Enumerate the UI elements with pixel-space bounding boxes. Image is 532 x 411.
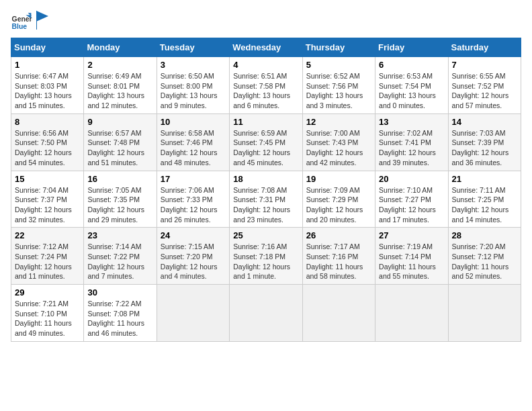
day-number: 21 [452,174,517,184]
day-info: Sunrise: 7:21 AMSunset: 7:10 PMDaylight:… [15,299,80,338]
day-number: 7 [452,60,517,70]
day-number: 15 [15,174,80,184]
svg-text:Blue: Blue [12,23,28,30]
calendar-week-3: 15Sunrise: 7:04 AMSunset: 7:37 PMDayligh… [11,171,521,228]
day-info: Sunrise: 7:20 AMSunset: 7:12 PMDaylight:… [452,242,517,281]
day-info: Sunrise: 7:00 AMSunset: 7:43 PMDaylight:… [306,128,371,168]
day-number: 27 [379,230,444,240]
calendar-cell: 11Sunrise: 6:59 AMSunset: 7:45 PMDayligh… [230,113,302,171]
calendar-cell: 6Sunrise: 6:53 AMSunset: 7:54 PMDaylight… [375,57,448,114]
day-number: 10 [161,117,226,127]
calendar-cell: 23Sunrise: 7:14 AMSunset: 7:22 PMDayligh… [84,228,157,285]
weekday-header-tuesday: Tuesday [157,38,229,57]
day-info: Sunrise: 7:14 AMSunset: 7:22 PMDaylight:… [87,242,152,281]
day-info: Sunrise: 6:49 AMSunset: 8:01 PMDaylight:… [87,71,152,111]
calendar-cell: 7Sunrise: 6:55 AMSunset: 7:52 PMDaylight… [448,57,521,114]
day-info: Sunrise: 6:50 AMSunset: 8:00 PMDaylight:… [161,71,226,111]
svg-marker-4 [36,11,48,21]
day-number: 16 [87,174,152,184]
day-number: 18 [233,174,298,184]
calendar-cell: 1Sunrise: 6:47 AMSunset: 8:03 PMDaylight… [11,57,84,114]
calendar-cell: 13Sunrise: 7:02 AMSunset: 7:41 PMDayligh… [375,113,448,171]
day-info: Sunrise: 7:16 AMSunset: 7:18 PMDaylight:… [233,242,298,281]
calendar-cell: 9Sunrise: 6:57 AMSunset: 7:48 PMDaylight… [84,113,157,171]
calendar-week-5: 29Sunrise: 7:21 AMSunset: 7:10 PMDayligh… [11,285,521,342]
day-number: 3 [161,60,226,70]
calendar-cell: 17Sunrise: 7:06 AMSunset: 7:33 PMDayligh… [157,171,229,228]
day-info: Sunrise: 7:09 AMSunset: 7:29 PMDaylight:… [306,185,371,225]
calendar-cell: 10Sunrise: 6:58 AMSunset: 7:46 PMDayligh… [157,113,229,171]
day-number: 1 [15,60,80,70]
day-number: 20 [379,174,444,184]
day-info: Sunrise: 7:12 AMSunset: 7:24 PMDaylight:… [15,242,80,281]
calendar-week-2: 8Sunrise: 6:56 AMSunset: 7:50 PMDaylight… [11,113,521,171]
calendar-cell [375,285,448,342]
calendar-cell: 12Sunrise: 7:00 AMSunset: 7:43 PMDayligh… [302,113,375,171]
day-info: Sunrise: 6:55 AMSunset: 7:52 PMDaylight:… [452,71,517,111]
weekday-header-wednesday: Wednesday [230,38,302,57]
day-info: Sunrise: 6:58 AMSunset: 7:46 PMDaylight:… [161,128,226,168]
weekday-header-saturday: Saturday [448,38,521,57]
day-info: Sunrise: 7:10 AMSunset: 7:27 PMDaylight:… [379,185,444,225]
day-number: 9 [87,117,152,127]
weekday-header-thursday: Thursday [302,38,375,57]
day-number: 24 [161,230,226,240]
calendar-cell: 15Sunrise: 7:04 AMSunset: 7:37 PMDayligh… [11,171,84,228]
calendar-cell: 5Sunrise: 6:52 AMSunset: 7:56 PMDaylight… [302,57,375,114]
calendar-cell: 27Sunrise: 7:19 AMSunset: 7:14 PMDayligh… [375,228,448,285]
calendar-cell: 22Sunrise: 7:12 AMSunset: 7:24 PMDayligh… [11,228,84,285]
day-info: Sunrise: 7:05 AMSunset: 7:35 PMDaylight:… [87,185,152,225]
day-number: 23 [87,230,152,240]
day-info: Sunrise: 6:47 AMSunset: 8:03 PMDaylight:… [15,71,80,111]
calendar-cell: 30Sunrise: 7:22 AMSunset: 7:08 PMDayligh… [84,285,157,342]
weekday-header-monday: Monday [84,38,157,57]
day-number: 12 [306,117,371,127]
day-number: 13 [379,117,444,127]
day-info: Sunrise: 7:15 AMSunset: 7:20 PMDaylight:… [161,242,226,281]
weekday-header-row: SundayMondayTuesdayWednesdayThursdayFrid… [11,38,521,57]
day-info: Sunrise: 6:57 AMSunset: 7:48 PMDaylight:… [87,128,152,168]
day-info: Sunrise: 7:22 AMSunset: 7:08 PMDaylight:… [87,299,152,338]
calendar-cell: 20Sunrise: 7:10 AMSunset: 7:27 PMDayligh… [375,171,448,228]
calendar-cell [157,285,229,342]
calendar-week-1: 1Sunrise: 6:47 AMSunset: 8:03 PMDaylight… [11,57,521,114]
calendar-cell: 14Sunrise: 7:03 AMSunset: 7:39 PMDayligh… [448,113,521,171]
day-number: 2 [87,60,152,70]
calendar-cell: 21Sunrise: 7:11 AMSunset: 7:25 PMDayligh… [448,171,521,228]
calendar-cell: 29Sunrise: 7:21 AMSunset: 7:10 PMDayligh… [11,285,84,342]
day-info: Sunrise: 6:59 AMSunset: 7:45 PMDaylight:… [233,128,298,168]
calendar-cell [302,285,375,342]
day-info: Sunrise: 7:02 AMSunset: 7:41 PMDaylight:… [379,128,444,168]
day-info: Sunrise: 7:06 AMSunset: 7:33 PMDaylight:… [161,185,226,225]
day-info: Sunrise: 7:17 AMSunset: 7:16 PMDaylight:… [306,242,371,281]
weekday-header-friday: Friday [375,38,448,57]
day-info: Sunrise: 6:53 AMSunset: 7:54 PMDaylight:… [379,71,444,111]
day-number: 19 [306,174,371,184]
calendar-cell: 26Sunrise: 7:17 AMSunset: 7:16 PMDayligh… [302,228,375,285]
day-info: Sunrise: 7:08 AMSunset: 7:31 PMDaylight:… [233,185,298,225]
day-info: Sunrise: 7:04 AMSunset: 7:37 PMDaylight:… [15,185,80,225]
day-number: 25 [233,230,298,240]
day-number: 28 [452,230,517,240]
day-info: Sunrise: 6:52 AMSunset: 7:56 PMDaylight:… [306,71,371,111]
calendar-cell: 18Sunrise: 7:08 AMSunset: 7:31 PMDayligh… [230,171,302,228]
day-info: Sunrise: 7:19 AMSunset: 7:14 PMDaylight:… [379,242,444,281]
day-number: 5 [306,60,371,70]
day-number: 8 [15,117,80,127]
day-info: Sunrise: 7:11 AMSunset: 7:25 PMDaylight:… [452,185,517,225]
day-number: 6 [379,60,444,70]
weekday-header-sunday: Sunday [11,38,84,57]
calendar-table: SundayMondayTuesdayWednesdayThursdayFrid… [11,38,521,342]
calendar-cell: 8Sunrise: 6:56 AMSunset: 7:50 PMDaylight… [11,113,84,171]
calendar-cell: 3Sunrise: 6:50 AMSunset: 8:00 PMDaylight… [157,57,229,114]
calendar-cell [448,285,521,342]
calendar-cell: 25Sunrise: 7:16 AMSunset: 7:18 PMDayligh… [230,228,302,285]
day-number: 26 [306,230,371,240]
logo-flag-icon [36,11,48,30]
day-number: 30 [87,287,152,298]
day-number: 29 [15,287,80,298]
calendar-cell [230,285,302,342]
day-info: Sunrise: 6:51 AMSunset: 7:58 PMDaylight:… [233,71,298,111]
day-info: Sunrise: 7:03 AMSunset: 7:39 PMDaylight:… [452,128,517,168]
day-number: 4 [233,60,298,70]
